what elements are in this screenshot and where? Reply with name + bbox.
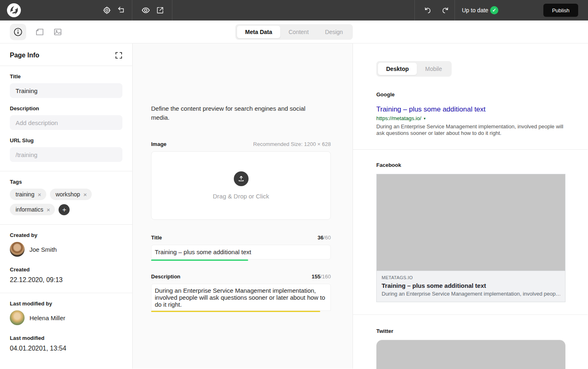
twitter-preview: Twitter [353, 315, 588, 369]
google-url-text: https://metatags.io/ [376, 115, 421, 121]
google-section-label: Google [376, 91, 565, 98]
redo-icon[interactable] [440, 5, 451, 16]
image-label: Image [151, 141, 167, 147]
tags-label: Tags [10, 179, 122, 185]
twitter-section-label: Twitter [376, 328, 565, 334]
image-size-hint: Recommended Size: 1200 × 628 [253, 141, 331, 147]
device-tabs: Desktop Mobile [376, 61, 452, 77]
tab-meta-data[interactable]: Meta Data [237, 26, 280, 38]
facebook-preview: Facebook METATAGS.IO Training – plus som… [353, 150, 588, 314]
modified-date: 04.01.20201, 13:54 [10, 345, 122, 352]
created-date: 22.12.2020, 09:13 [10, 276, 122, 284]
title-input[interactable] [10, 83, 122, 98]
remove-tag-icon[interactable]: × [47, 207, 50, 213]
main-content: Page Info Title Description URL Slug Tag… [0, 43, 588, 369]
sidebar-title: Page Info [10, 52, 39, 59]
title-char-counter: 36/60 [317, 235, 331, 241]
tag-workshop[interactable]: workshop × [50, 189, 92, 200]
sidebar-fields-section: Title Description URL Slug [0, 66, 132, 171]
page-panel-button[interactable] [32, 24, 48, 40]
revert-back-icon[interactable] [115, 5, 127, 16]
tag-label: training [16, 191, 34, 198]
tag-informatics[interactable]: informatics × [10, 204, 55, 215]
title-char-max: /60 [323, 235, 331, 241]
modified-label: Last modified [10, 335, 122, 341]
description-field-header: Description 155/160 [151, 273, 331, 280]
meta-description-label: Description [151, 273, 181, 280]
tab-desktop[interactable]: Desktop [378, 63, 417, 75]
editor-intro-text: Define the content preview for search en… [151, 104, 319, 122]
preview-column: Desktop Mobile Google Training – plus so… [353, 43, 588, 369]
twitter-image-placeholder [376, 340, 565, 369]
created-by-name: Joe Smith [29, 246, 57, 253]
tags-list: training × workshop × informatics × + [10, 189, 122, 215]
image-panel-button[interactable] [50, 24, 66, 40]
title-field-header: Title 36/60 [151, 235, 331, 241]
description-input[interactable] [10, 115, 122, 130]
dropdown-arrow-icon[interactable]: ▾ [424, 116, 426, 121]
content-mode-tabs: Meta Data Content Design [235, 24, 353, 40]
dropzone-text: Drag & Drop or Click [213, 193, 269, 200]
avatar [10, 310, 25, 325]
tab-content[interactable]: Content [280, 26, 317, 38]
avatar [10, 242, 25, 257]
meta-title-field: Title 36/60 [151, 235, 331, 261]
upload-icon [234, 171, 249, 186]
sidebar-tags-section: Tags training × workshop × informatics ×… [0, 171, 132, 224]
preview-eye-icon[interactable] [140, 5, 152, 16]
url-slug-field-label: URL Slug [10, 137, 122, 144]
sync-status-text: Up to date [462, 0, 488, 20]
settings-gear-icon[interactable] [101, 5, 113, 16]
google-result-url: https://metatags.io/ ▾ [376, 115, 565, 121]
facebook-description: During an Enterprise Service Management … [382, 291, 560, 297]
meta-title-input[interactable] [151, 245, 331, 260]
facebook-section-label: Facebook [376, 162, 565, 168]
tag-label: informatics [16, 206, 43, 213]
google-result-description: During an Enterprise Service Management … [376, 123, 565, 137]
page-info-sidebar: Page Info Title Description URL Slug Tag… [0, 43, 133, 369]
url-slug-input[interactable] [10, 147, 122, 162]
created-by-person: Joe Smith [10, 242, 122, 257]
created-by-label: Created by [10, 232, 122, 238]
tab-design[interactable]: Design [317, 26, 351, 38]
title-length-indicator [151, 260, 248, 261]
title-char-count: 36 [317, 235, 323, 241]
tab-mobile[interactable]: Mobile [417, 63, 450, 75]
open-external-icon[interactable] [154, 5, 166, 16]
created-label: Created [10, 266, 122, 273]
sidebar-created-section: Created by Joe Smith Created 22.12.2020,… [0, 224, 132, 293]
description-char-count: 155 [312, 273, 321, 280]
google-preview: Google Training – plus some additional t… [376, 91, 565, 149]
page-info-panel-button[interactable] [10, 24, 26, 40]
image-dropzone[interactable]: Drag & Drop or Click [151, 151, 331, 220]
meta-editor-column: Define the content preview for search en… [133, 43, 353, 369]
google-result-title[interactable]: Training – plus some additional text [376, 105, 565, 114]
add-tag-button[interactable]: + [59, 204, 70, 215]
undo-icon[interactable] [422, 5, 433, 16]
meta-description-field: Description 155/160 During an Enterprise… [151, 273, 331, 312]
meta-title-label: Title [151, 235, 162, 241]
remove-tag-icon[interactable]: × [84, 191, 87, 198]
facebook-card-meta: METATAGS.IO Training – plus some additio… [377, 271, 565, 302]
top-bar: Up to date ✓ Publish [0, 0, 588, 20]
meta-description-input[interactable]: During an Enterprise Service Management … [151, 284, 331, 311]
toolbar-divider [172, 0, 172, 20]
toolbar-divider [414, 0, 415, 20]
facebook-image-placeholder [377, 174, 565, 271]
expand-icon[interactable] [115, 52, 122, 59]
sidebar-header: Page Info [0, 43, 132, 66]
publish-button[interactable]: Publish [543, 4, 578, 17]
image-field-header: Image Recommended Size: 1200 × 628 [151, 141, 331, 147]
app-logo-icon[interactable] [7, 3, 21, 18]
modified-by-person: Helena Miller [10, 310, 122, 325]
description-char-max: /160 [321, 273, 331, 280]
description-char-counter: 155/160 [312, 273, 331, 280]
toolbar-divider [132, 0, 132, 20]
tag-training[interactable]: training × [10, 189, 46, 200]
title-field-label: Title [10, 73, 122, 80]
modified-by-label: Last modified by [10, 301, 122, 307]
sidebar-modified-section: Last modified by Helena Miller Last modi… [0, 293, 132, 361]
facebook-domain: METATAGS.IO [382, 275, 560, 280]
sync-check-icon: ✓ [490, 6, 498, 14]
remove-tag-icon[interactable]: × [38, 191, 41, 198]
